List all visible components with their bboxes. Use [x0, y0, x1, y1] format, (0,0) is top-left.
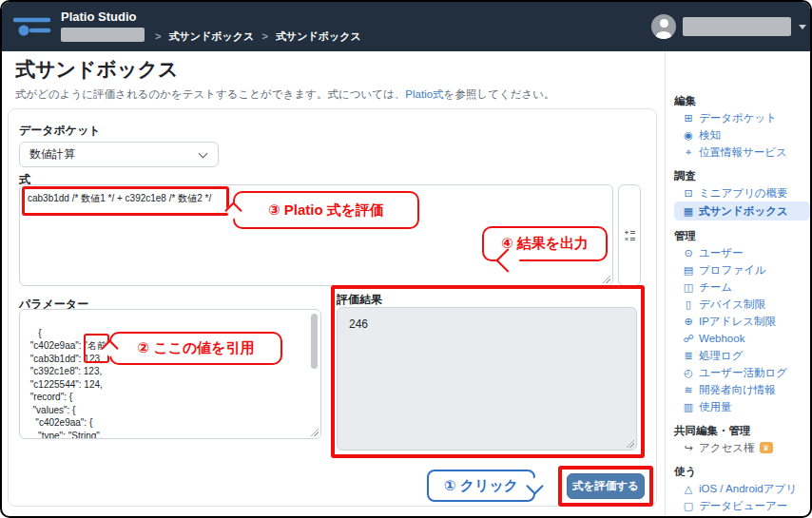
data-pocket-selected-value: 数値計算 [29, 147, 75, 161]
premium-badge-icon: ♛ [760, 442, 773, 453]
webhook-icon: ☍ [682, 333, 695, 345]
sidebar-item-label: 式サンドボックス [699, 204, 788, 219]
breadcrumb-item[interactable]: 式サンドボックス [169, 30, 255, 42]
annotation-step4-label: ④ 結果を出力 [501, 235, 589, 253]
resize-handle[interactable] [310, 428, 319, 436]
sidebar-item-ip-restriction[interactable]: ⊕ IPアドレス制限 [674, 313, 812, 330]
right-sidebar: 編集 ⊞ データポケット ◉ 検知 ⌖ 位置情報サービス 調査 ⊡ ミニアプリの… [665, 51, 812, 518]
sidebar-item-label: 位置情報サービス [699, 145, 787, 160]
description-text: を参照してください。 [444, 88, 555, 100]
monitor-icon: ▢ [682, 500, 695, 512]
sidebar-item-label: データビューアー [699, 499, 787, 513]
sidebar-item-miniapp-overview[interactable]: ⊡ ミニアプリの概要 [674, 184, 812, 201]
calculator-icon: ▦ [682, 205, 695, 218]
sidebar-item-data-viewer[interactable]: ▢ データビューアー [674, 497, 812, 514]
description-text: 式がどのように評価されるのかをテストすることができます。式については、 [15, 88, 405, 100]
data-pocket-label: データポケット [19, 123, 101, 139]
redacted-account-name[interactable] [683, 17, 791, 36]
annotation-rect-expression [22, 186, 229, 216]
sidebar-section-use: 使う [674, 464, 812, 480]
location-pin-icon: ⌖ [682, 146, 695, 159]
redacted-app-name [61, 28, 145, 42]
annotation-rect-result [331, 285, 645, 458]
sidebar-section-manage: 管理 [674, 228, 812, 244]
app-title: Platio Studio [61, 10, 136, 24]
annotation-bubble-step4: ④ 結果を出力 [482, 226, 608, 261]
annotation-rect-button [558, 466, 653, 507]
annotation-step3-label: ③ Platio 式を評価 [268, 201, 384, 220]
globe-icon: ⊕ [682, 316, 695, 328]
sidebar-item-expression-sandbox[interactable]: ▦ 式サンドボックス [674, 201, 810, 221]
sidebar-item-label: アクセス権 [699, 441, 755, 455]
app-window: Platio Studio > 式サンドボックス > 式サンドボックス 式サンド… [0, 0, 812, 518]
platio-expression-link[interactable]: Platio式 [405, 88, 443, 100]
annotation-bubble-step1: ① クリック [427, 470, 535, 502]
sidebar-item-label: ユーザー [699, 246, 744, 260]
sidebar-item-developer-info[interactable]: ≋ 開発者向け情報 [674, 381, 812, 398]
sidebar-item-mobile-apps[interactable]: △ iOS / Androidアプリ [674, 480, 812, 497]
top-navbar: Platio Studio > 式サンドボックス > 式サンドボックス [2, 2, 810, 51]
bulb-icon: ◉ [682, 129, 695, 142]
developer-icon: ≋ [682, 384, 695, 396]
sidebar-item-label: Webhook [699, 333, 744, 344]
sidebar-item-users[interactable]: ⊙ ユーザー [674, 244, 812, 261]
account-menu-caret-icon[interactable] [799, 25, 806, 29]
share-arrow-icon: ↪ [682, 442, 695, 454]
chart-icon: ▥ [682, 401, 695, 413]
sidebar-item-label: 開発者向け情報 [699, 383, 776, 397]
sidebar-item-detection[interactable]: ◉ 検知 [674, 126, 812, 144]
sidebar-item-label: ユーザー活動ログ [699, 366, 787, 380]
data-pocket-select[interactable]: 数値計算 [19, 142, 219, 167]
sidebar-item-usage[interactable]: ▥ 使用量 [674, 398, 812, 415]
id-card-icon: ▤ [682, 264, 695, 277]
sidebar-item-profiles[interactable]: ▤ プロファイル [674, 261, 812, 278]
operator-list-strip[interactable] [618, 184, 641, 286]
sidebar-item-teams[interactable]: ◫ チーム [674, 278, 812, 296]
breadcrumb-separator: > [155, 30, 161, 42]
breadcrumb-item: 式サンドボックス [276, 30, 361, 42]
sidebar-item-access-rights[interactable]: ↪ アクセス権 ♛ [674, 439, 812, 456]
sidebar-item-label: 処理ログ [699, 349, 744, 363]
annotation-step1-label: ① クリック [444, 477, 518, 495]
device-icon: ▯ [682, 298, 695, 311]
chevron-down-icon [199, 149, 208, 159]
sidebar-item-label: 使用量 [699, 400, 732, 414]
mobile-app-icon: △ [682, 483, 695, 495]
sidebar-section-investigate: 調査 [674, 168, 812, 184]
sidebar-item-label: IPアドレス制限 [699, 315, 776, 329]
user-avatar[interactable] [651, 14, 676, 39]
sidebar-item-label: ミニアプリの概要 [699, 186, 788, 201]
sidebar-item-data-pockets[interactable]: ⊞ データポケット [674, 109, 812, 126]
sidebar-item-label: プロファイル [699, 263, 766, 278]
grid-icon: ⊞ [682, 112, 695, 125]
sidebar-item-label: iOS / Androidアプリ [699, 482, 797, 496]
platio-logo-icon [13, 14, 51, 43]
sidebar-item-user-activity-log[interactable]: ◴ ユーザー活動ログ [674, 364, 812, 381]
blocks-icon: ⊡ [682, 187, 695, 200]
sidebar-item-location-services[interactable]: ⌖ 位置情報サービス [674, 144, 812, 161]
user-activity-icon: ◴ [682, 367, 695, 379]
annotation-bubble-step2: ② ここの値を引用 [109, 332, 282, 365]
breadcrumb: > 式サンドボックス > 式サンドボックス [150, 29, 361, 44]
sidebar-item-processing-log[interactable]: ≣ 処理ログ [674, 347, 812, 364]
sidebar-item-label: デバイス制限 [699, 297, 765, 312]
sidebar-item-label: チーム [699, 280, 732, 295]
scrollbar-thumb[interactable] [311, 314, 318, 369]
page-description: 式がどのように評価されるのかをテストすることができます。式については、Plati… [15, 87, 555, 102]
sidebar-section-edit: 編集 [674, 93, 812, 109]
team-icon: ◫ [682, 281, 695, 294]
parameters-textarea[interactable]: { "c402e9aa": "名前", "cab3b1dd": 123, "c3… [19, 309, 321, 439]
page-title: 式サンドボックス [15, 56, 178, 83]
annotation-step2-label: ② ここの値を引用 [137, 339, 254, 357]
sidebar-item-label: データポケット [699, 111, 777, 125]
breadcrumb-separator: > [261, 30, 267, 42]
log-icon: ≣ [682, 350, 695, 362]
operator-list-icon [623, 229, 636, 242]
sidebar-item-device-restriction[interactable]: ▯ デバイス制限 [674, 296, 812, 313]
resize-handle[interactable] [602, 275, 610, 283]
annotation-bubble-step3: ③ Platio 式を評価 [233, 191, 419, 229]
sidebar-item-webhook[interactable]: ☍ Webhook [674, 330, 812, 347]
sidebar-item-label: 検知 [699, 128, 721, 143]
user-icon: ⊙ [682, 247, 695, 259]
sidebar-section-collab: 共同編集・管理 [674, 423, 812, 439]
